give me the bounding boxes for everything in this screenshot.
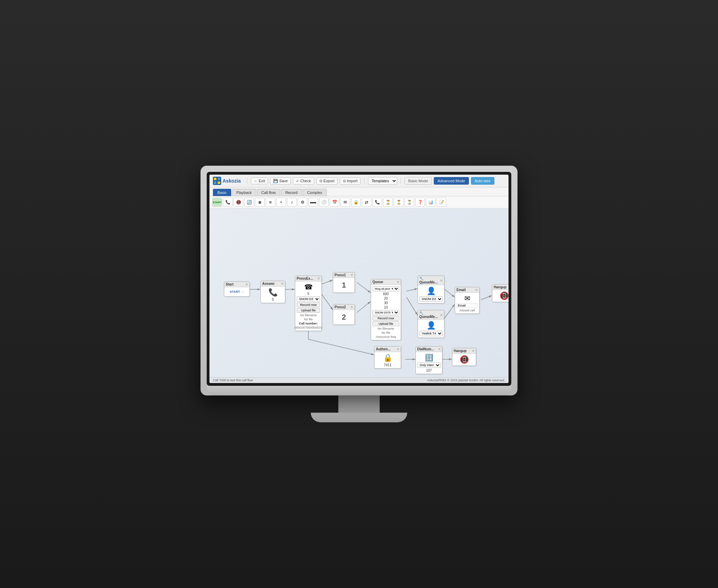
svg-rect-1 xyxy=(214,178,216,180)
icon-toolbar: START 📞 📵 🔄 ▦ ⊞ ≡ ♪ ⚙ ▬▬ 🕐 📅 ✉ 🔒 xyxy=(209,196,509,208)
icon-grid2[interactable]: ⊞ xyxy=(266,198,275,207)
node-start-body: START → xyxy=(224,287,249,296)
node-authen[interactable]: Authen... ✕ 🔒 7411 xyxy=(374,346,401,369)
icon-clock[interactable]: 🕐 xyxy=(319,198,329,207)
node-dialnum[interactable]: DialNum... ✕ 🔢 Only internal ▼ 107 xyxy=(416,346,442,374)
icon-phone[interactable]: 📞 xyxy=(223,198,233,207)
node-answer-header: Answer ✕ xyxy=(261,281,285,287)
sub-tabs: Basic Playback Call flow Record Complex xyxy=(209,187,509,196)
icon-chart[interactable]: 📊 xyxy=(426,198,435,207)
status-left: Call 7000 to test this call flow xyxy=(213,379,253,382)
icon-question[interactable]: ❓ xyxy=(415,198,425,207)
node-queueme1-body: 👤 SNOM D375 ▼ xyxy=(418,285,444,303)
logo-icon xyxy=(213,177,221,185)
pressex-upload-btn[interactable]: Upload file xyxy=(297,308,320,313)
svg-line-12 xyxy=(407,289,418,291)
icon-hangup[interactable]: 📵 xyxy=(234,198,243,207)
icon-phone2[interactable]: 📞 xyxy=(372,198,382,207)
icon-settings[interactable]: ⚙ xyxy=(298,198,307,207)
svg-line-18 xyxy=(308,339,374,355)
queueme1-device-dropdown[interactable]: SNOM D375 ▼ xyxy=(419,296,443,302)
icon-timer2[interactable]: ⏳ xyxy=(394,198,403,207)
node-queueme1-header: 🔧 QueueMe... ✕ xyxy=(418,276,444,285)
icon-bars[interactable]: ≡ xyxy=(276,198,286,207)
separator-3 xyxy=(401,177,401,184)
icon-loop[interactable]: 🔄 xyxy=(244,198,254,207)
pressex-record-btn[interactable]: Record now xyxy=(297,302,320,307)
node-hangup1-body: 📵 xyxy=(492,290,509,302)
icon-music[interactable]: ♪ xyxy=(287,198,297,207)
node-email-body: ✉ Email missed call xyxy=(455,293,479,313)
svg-line-8 xyxy=(321,280,333,284)
node-pressex-header: PressEx... ✕ xyxy=(295,276,321,281)
svg-line-16 xyxy=(481,296,492,300)
icon-grid1[interactable]: ▦ xyxy=(255,198,265,207)
queueme2-device-dropdown[interactable]: Yealink T46 ▼ xyxy=(419,331,443,336)
email-input-field[interactable]: Email xyxy=(457,303,478,308)
icon-transfer[interactable]: ⇄ xyxy=(362,198,371,207)
node-email[interactable]: Email ✕ ✉ Email missed call xyxy=(455,287,480,314)
icon-timer3[interactable]: ⏳ xyxy=(404,198,414,207)
auto-wire-button[interactable]: Auto wire xyxy=(471,177,494,185)
node-press1[interactable]: Press1 ✕ 1 xyxy=(333,272,355,293)
import-button[interactable]: ⊙ Import xyxy=(340,177,361,185)
icon-timer[interactable]: ⏳ xyxy=(383,198,393,207)
node-press2-header: Press2 ✕ xyxy=(333,305,355,310)
icon-lines[interactable]: ▬▬ xyxy=(308,198,318,207)
monitor-bezel: Askozia ← Exit 💾 Save ✓ Check ⊙ Export ⊙… xyxy=(207,172,511,386)
node-queueme2-body: 👤 Yealink T46 ▼ xyxy=(418,320,444,338)
tab-basic[interactable]: Basic xyxy=(213,189,231,196)
pressex-dropdown[interactable]: SNOM D375 ▼ xyxy=(297,296,320,302)
tab-complex[interactable]: Complex xyxy=(303,189,327,196)
node-start-header: Start ✕ xyxy=(224,282,249,287)
press1-number: 1 xyxy=(333,278,355,292)
node-queue-body: Ring all phor ▼ 600 20 30 10 SNOM D375 ▼… xyxy=(371,285,401,340)
node-press1-header: Press1 ✕ xyxy=(333,272,355,278)
exit-button[interactable]: ← Exit xyxy=(251,177,268,184)
save-button[interactable]: 💾 Save xyxy=(270,177,291,185)
tab-record[interactable]: Record xyxy=(281,189,302,196)
dialnum-dropdown[interactable]: Only internal ▼ xyxy=(417,362,441,368)
export-button[interactable]: ⊙ Export xyxy=(316,177,338,185)
monitor-outer: Askozia ← Exit 💾 Save ✓ Check ⊙ Export ⊙… xyxy=(201,166,517,395)
node-hangup2-body: 📵 xyxy=(452,354,476,365)
icon-start[interactable]: START xyxy=(212,198,222,207)
node-queueme1[interactable]: 🔧 QueueMe... ✕ 👤 SNOM D375 ▼ xyxy=(418,276,444,303)
advanced-mode-button[interactable]: Advanced Mode xyxy=(434,177,469,185)
basic-mode-button[interactable]: Basic Mode xyxy=(404,177,432,185)
queue-ring-dropdown[interactable]: Ring all phor ▼ xyxy=(372,286,399,291)
icon-envelope[interactable]: ✉ xyxy=(340,198,350,207)
svg-line-9 xyxy=(321,294,333,310)
templates-select[interactable]: Templates xyxy=(368,177,397,185)
queue-upload-btn[interactable]: Upload file xyxy=(372,321,399,326)
node-queue-header: Queue ✕ xyxy=(371,279,401,285)
queue-record-btn[interactable]: Record now xyxy=(372,316,399,321)
check-button[interactable]: ✓ Check xyxy=(293,177,314,185)
flow-canvas[interactable]: Start ✕ START → Answer ✕ xyxy=(209,208,509,377)
logo-text: Askozia xyxy=(223,178,241,184)
node-hangup1[interactable]: Hangup ✕ 📵 xyxy=(492,284,509,302)
node-authen-body: 🔒 7411 xyxy=(375,352,401,368)
svg-rect-3 xyxy=(214,182,216,184)
svg-rect-4 xyxy=(218,182,220,184)
queue-device-dropdown[interactable]: SNOM D375 ▼ xyxy=(372,310,399,315)
monitor-stand-base xyxy=(311,413,407,422)
icon-calendar[interactable]: 📅 xyxy=(330,198,339,207)
icon-note[interactable]: 📝 xyxy=(437,198,446,207)
node-answer[interactable]: Answer ✕ 📞 0 xyxy=(260,281,285,303)
node-email-header: Email ✕ xyxy=(455,287,479,293)
node-start[interactable]: Start ✕ START → xyxy=(224,281,250,297)
tab-callflow[interactable]: Call flow xyxy=(257,189,280,196)
top-toolbar: Askozia ← Exit 💾 Save ✓ Check ⊙ Export ⊙… xyxy=(209,175,509,187)
logo: Askozia xyxy=(213,177,241,185)
svg-line-15 xyxy=(444,304,455,319)
tab-playback[interactable]: Playback xyxy=(232,189,256,196)
separator-1 xyxy=(247,177,247,184)
node-queueme2[interactable]: 🔧 QueueMe... ✕ 👤 Yealink T46 ▼ xyxy=(418,310,444,338)
node-pressex[interactable]: PressEx... ✕ ☎ 5 SNOM D375 ▼ Record now xyxy=(295,276,322,331)
icon-lock[interactable]: 🔒 xyxy=(351,198,361,207)
svg-line-11 xyxy=(357,301,371,312)
node-hangup2[interactable]: Hangup ✕ 📵 xyxy=(452,348,476,366)
node-press2[interactable]: Press2 ✕ 2 xyxy=(333,304,355,325)
node-queue[interactable]: Queue ✕ Ring all phor ▼ 600 20 30 10 xyxy=(371,279,401,340)
